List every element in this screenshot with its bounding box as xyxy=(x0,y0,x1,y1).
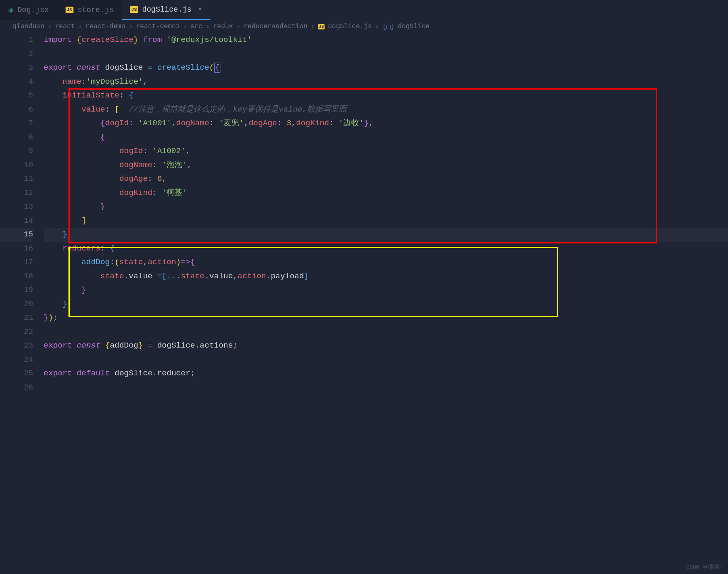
code-line: dogName: '泡泡', xyxy=(44,158,728,173)
breadcrumb-part[interactable]: redux xyxy=(213,23,233,30)
tab-label: Dog.jsx xyxy=(17,6,49,14)
code-line: ] xyxy=(44,214,728,228)
code-line: dogId: 'A1002', xyxy=(44,144,728,158)
code-line: import {createSlice} from '@reduxjs/tool… xyxy=(44,33,728,47)
code-line: dogAge: 6, xyxy=(44,172,728,186)
tab-dogslice-js[interactable]: JS dogSlice.js × xyxy=(122,0,210,20)
breadcrumb-part[interactable]: reducerAndAction xyxy=(244,23,308,30)
code-line: dogKind: '柯基' xyxy=(44,186,728,200)
tab-bar: ⚛ Dog.jsx JS store.js JS dogSlice.js × xyxy=(0,0,728,20)
watermark: CSDN @@素素~ xyxy=(686,563,723,571)
code-line: export const {addDog} = dogSlice.actions… xyxy=(44,339,728,353)
tab-label: dogSlice.js xyxy=(142,5,192,14)
js-icon: JS xyxy=(318,24,325,29)
breadcrumb-part[interactable]: react-demo xyxy=(86,23,125,30)
breadcrumb-part[interactable]: qianduan xyxy=(12,23,44,30)
code-line: state.value =[...state.value,action.payl… xyxy=(44,270,728,284)
code-line: addDog:(state,action)=>{ xyxy=(44,255,728,270)
code-line: name:'myDogSlice', xyxy=(44,75,728,89)
code-editor[interactable]: 1234567891011121314151617181920212223242… xyxy=(0,33,728,394)
react-icon: ⚛ xyxy=(8,5,13,15)
code-line xyxy=(44,353,728,367)
js-icon: JS xyxy=(130,6,138,13)
tab-dog-jsx[interactable]: ⚛ Dog.jsx xyxy=(0,0,57,20)
code-line: initialState: { xyxy=(44,89,728,103)
code-line: export const dogSlice = createSlice({ xyxy=(44,61,728,75)
js-icon: JS xyxy=(66,7,73,13)
code-line: {dogId: 'A1001',dogName: '麦兜',dogAge: 3,… xyxy=(44,117,728,131)
breadcrumb-file[interactable]: dogSlice.js xyxy=(328,23,372,30)
code-line: export default dogSlice.reducer; xyxy=(44,367,728,381)
tab-label: store.js xyxy=(78,6,113,14)
breadcrumb-part[interactable]: react-demo3 xyxy=(136,23,180,30)
symbol-icon: [⬚] xyxy=(382,22,394,31)
code-line: } xyxy=(44,297,728,311)
code-line: value: [ //注意，规范就是这么定的，key要保持是value,数据写里… xyxy=(44,103,728,117)
tab-store-js[interactable]: JS store.js xyxy=(57,0,122,20)
code-area[interactable]: import {createSlice} from '@reduxjs/tool… xyxy=(44,33,728,394)
code-line: } xyxy=(44,200,728,214)
code-line: reducers: { xyxy=(44,242,728,256)
breadcrumb-part[interactable]: react xyxy=(55,23,75,30)
code-line: }); xyxy=(44,311,728,325)
breadcrumb-part[interactable]: src xyxy=(191,23,203,30)
code-line xyxy=(44,325,728,339)
code-line xyxy=(44,381,728,395)
code-line: { xyxy=(44,131,728,145)
code-line: } xyxy=(44,283,728,297)
breadcrumb-symbol[interactable]: dogSlice xyxy=(398,23,430,30)
close-icon[interactable]: × xyxy=(198,6,202,13)
breadcrumb: qianduan› react› react-demo› react-demo3… xyxy=(0,20,728,33)
line-gutter: 1234567891011121314151617181920212223242… xyxy=(0,33,44,394)
code-line xyxy=(44,47,728,61)
code-line: }, xyxy=(44,228,728,242)
